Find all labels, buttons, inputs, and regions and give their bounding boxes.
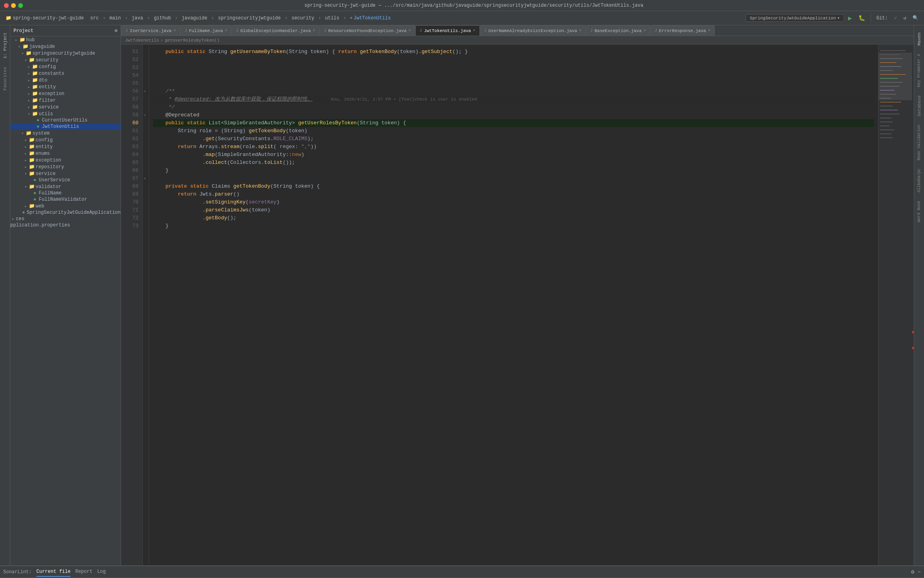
toolbar-java[interactable]: java	[129, 15, 146, 22]
code-content[interactable]: public static String getUsernameByToken …	[149, 45, 878, 565]
tab-iserservice[interactable]: J IserService.java ×	[121, 25, 180, 36]
tree-service-sec[interactable]: ▸ 📁 service	[10, 104, 121, 110]
tree-sys-config[interactable]: ▸ 📁 config	[10, 137, 121, 143]
checkmark-button[interactable]: ✓	[892, 14, 899, 22]
code-line-70: . setSigningKey ( secretKey )	[153, 198, 874, 206]
toolbar-javaguide[interactable]: javaguide	[179, 15, 210, 22]
toolbar-github[interactable]: github	[151, 15, 173, 22]
tree-appprops[interactable]: pplication.properties	[10, 222, 121, 228]
tree-constants[interactable]: ▸ 📁 constants	[10, 70, 121, 77]
tab-jwttokenutils-close[interactable]: ×	[473, 29, 475, 33]
tab-baseexception[interactable]: J BaseException.java ×	[586, 25, 650, 36]
tree-filter[interactable]: ▸ 📁 filter	[10, 97, 121, 104]
tab-fullname-close[interactable]: ×	[225, 29, 227, 33]
tree-sys-enums[interactable]: ▸ 📁 enums	[10, 150, 121, 157]
bottom-tab-currentfile[interactable]: Current file	[36, 567, 70, 577]
code-line-62: . get (SecurityConstants. ROLE_CLAIMS );	[153, 135, 874, 143]
tree-config[interactable]: ▸ 📁 config	[10, 63, 121, 70]
run-button[interactable]: ▶	[846, 13, 854, 23]
key-promoter-tab[interactable]: Key Promoter X	[916, 51, 922, 90]
tab-errorresponse[interactable]: J ErrorResponse.java ×	[650, 25, 715, 36]
line-num-54: 54	[121, 72, 138, 80]
run-config-dropdown[interactable]: ▾	[837, 15, 840, 21]
tab-jwttokenutils[interactable]: J JwtTokenUtils.java ×	[415, 25, 480, 36]
word-book-tab[interactable]: Word Book	[916, 198, 922, 225]
maven-tab[interactable]: Maven	[916, 29, 922, 49]
bottom-tab-log[interactable]: Log	[97, 567, 106, 577]
refresh-button[interactable]: ↺	[901, 14, 909, 22]
tree-validator[interactable]: ▾ 📁 validator	[10, 183, 121, 190]
tab-resourcenotfound[interactable]: J ResourceNotFoundException.java ×	[320, 25, 415, 36]
git-button[interactable]: Git:	[874, 15, 890, 22]
tab-usernameexists[interactable]: J UserNameAlreadyExistException.java ×	[480, 25, 586, 36]
tab-iserservice-close[interactable]: ×	[174, 29, 176, 33]
fold-marker-60[interactable]: ▾	[144, 113, 146, 118]
fold-marker-56[interactable]: ▾	[144, 89, 146, 94]
toolbar-utils[interactable]: utils	[323, 15, 342, 22]
toolbar-main[interactable]: main	[107, 15, 123, 22]
toolbar-src[interactable]: src	[88, 15, 101, 22]
tree-javaguide[interactable]: ▾ 📁 javaguide	[10, 43, 121, 50]
tree-ces[interactable]: ▸ ces	[10, 216, 121, 222]
bottom-minimize-icon[interactable]: −	[918, 569, 921, 575]
sidebar-gear-icon[interactable]: ⚙	[115, 28, 117, 34]
bottom-tab-report[interactable]: Report	[75, 567, 92, 577]
tree-jwttokenutils[interactable]: ● JwtTokenUtils	[10, 124, 121, 130]
tree-system[interactable]: ▾ 📁 system	[10, 130, 121, 137]
debug-button[interactable]: 🐛	[856, 14, 867, 22]
tree-dto[interactable]: ▸ 📁 dto	[10, 77, 121, 84]
tree-exception[interactable]: ▸ 📁 exception	[10, 90, 121, 97]
tree-fullnamevalidator[interactable]: ● FullNameValidator	[10, 196, 121, 203]
toolbar-file[interactable]: ● JwtTokenUtils	[348, 15, 393, 22]
tree-entity[interactable]: ▸ 📁 entity	[10, 84, 121, 90]
tab-errorresponse-close[interactable]: ×	[708, 29, 710, 33]
project-tab[interactable]: 1: Project	[2, 29, 8, 62]
tree-currentuserutils[interactable]: ● CurrentUserUtils	[10, 117, 121, 124]
alibaba-tab[interactable]: Alibaba/pc	[916, 165, 922, 196]
breadcrumb-method[interactable]: getUserRolesByToken()	[165, 38, 220, 43]
tab-globalexception-close[interactable]: ×	[313, 29, 315, 33]
tree-security[interactable]: ▾ 📁 security	[10, 57, 121, 63]
breadcrumb-sep2: ›	[125, 15, 128, 21]
search-button[interactable]: 🔍	[910, 14, 921, 22]
security-label: security	[36, 57, 59, 63]
bean-validation-tab[interactable]: Bean Validation	[916, 122, 922, 164]
database-tab[interactable]: Database	[916, 92, 922, 120]
tree-userservice[interactable]: ● UserService	[10, 177, 121, 183]
validator-folder-icon: 📁	[28, 184, 35, 190]
toolbar-security[interactable]: security	[289, 15, 317, 22]
minimize-button[interactable]	[11, 3, 16, 8]
tree-sys-service[interactable]: ▾ 📁 service	[10, 170, 121, 177]
code-line-67	[153, 175, 874, 183]
tree-sys-exception[interactable]: ▸ 📁 exception	[10, 157, 121, 164]
toolbar-springsecurity[interactable]: springsecurityjwtguide	[216, 15, 283, 22]
breadcrumb-file[interactable]: JwtTokenUtils	[125, 38, 159, 43]
bottom-settings-icon[interactable]: ⚙	[911, 568, 914, 575]
tab-baseexception-close[interactable]: ×	[644, 29, 646, 33]
toolbar-run-config[interactable]: SpringSecurityJwtGuideApplication ▾	[746, 14, 844, 22]
tab-fullname[interactable]: J FullName.java ×	[180, 25, 232, 36]
close-button[interactable]	[4, 3, 9, 8]
toolbar-main-label: main	[110, 15, 121, 21]
fold-marker-68[interactable]: ▾	[144, 176, 146, 181]
favorites-tab[interactable]: Favorites	[2, 64, 8, 93]
tab-resourcenotfound-close[interactable]: ×	[409, 29, 411, 33]
tab-usernameexists-close[interactable]: ×	[579, 29, 581, 33]
tree-web[interactable]: ▸ 📁 web	[10, 203, 121, 209]
toolbar-project[interactable]: 📁 spring-security-jwt-guide	[3, 14, 86, 22]
sys-entity-arrow: ▸	[23, 144, 28, 149]
tree-springsecurity[interactable]: ▾ 📁 springsecurityjwtguide	[10, 50, 121, 57]
maximize-button[interactable]	[18, 3, 23, 8]
breadcrumb-sep3: ›	[147, 15, 150, 21]
tree-fullname[interactable]: ● FullName	[10, 190, 121, 196]
sys-repository-folder-icon: 📁	[28, 164, 35, 170]
tree-sys-repository[interactable]: ▸ 📁 repository	[10, 164, 121, 170]
tree-hub[interactable]: ▸ 📁 hub	[10, 36, 121, 43]
tree-sys-entity[interactable]: ▸ 📁 entity	[10, 143, 121, 150]
tree-utils[interactable]: ▾ 📁 utils	[10, 110, 121, 117]
code-line-63: return Arrays. stream (role. split ( reg…	[153, 143, 874, 151]
tab-globalexception[interactable]: J GlobalExceptionHandler.java ×	[232, 25, 320, 36]
tree-springapp[interactable]: ● SpringSecurityJwtGuideApplication	[10, 209, 121, 216]
line-num-66: 66	[121, 167, 138, 175]
entity-arrow: ▸	[26, 85, 32, 89]
